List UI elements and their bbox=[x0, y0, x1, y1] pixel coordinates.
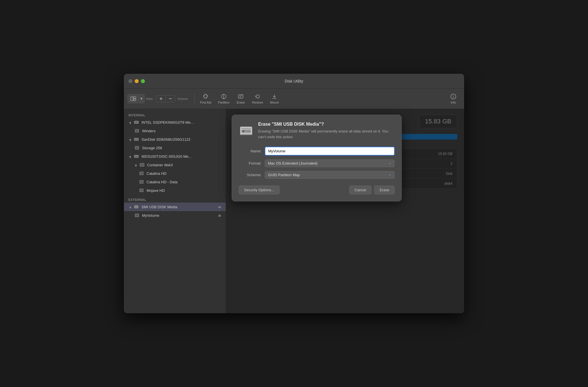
view-group: ▼ bbox=[127, 94, 145, 104]
sidebar: Internal ▼ INTEL SSDPEKNW010T8 Me... Win… bbox=[124, 109, 226, 313]
svg-rect-0 bbox=[131, 97, 133, 101]
volume-icon bbox=[134, 145, 140, 151]
add-volume-button[interactable] bbox=[156, 95, 166, 102]
modal-form: Name: Format: Mac OS Extended (Journaled… bbox=[239, 147, 395, 179]
modal-header-text: Erase "SMI USB DISK Media"? Erasing "SMI… bbox=[258, 122, 395, 140]
sidebar-item-label: Catalina HD - Data bbox=[147, 180, 177, 184]
scheme-select[interactable]: GUID Partition Map bbox=[265, 171, 395, 179]
sidebar-item-winders[interactable]: Winders bbox=[124, 127, 226, 135]
mount-button[interactable]: Mount bbox=[267, 92, 282, 106]
scheme-row: Scheme: GUID Partition Map bbox=[239, 171, 395, 179]
drive-icon bbox=[134, 119, 139, 125]
scheme-label: Scheme: bbox=[239, 173, 261, 177]
svg-point-14 bbox=[453, 95, 454, 96]
svg-rect-34 bbox=[135, 206, 138, 208]
partition-button[interactable]: Partition bbox=[215, 92, 232, 106]
volume-icon bbox=[134, 128, 140, 134]
drive-icon bbox=[134, 153, 139, 159]
sidebar-item-myvolume[interactable]: MyVolume ⏏ bbox=[124, 211, 226, 220]
svg-rect-8 bbox=[238, 95, 243, 98]
minimize-button[interactable] bbox=[135, 79, 139, 83]
sidebar-item-sandisk[interactable]: ▼ SanDisk SD8SN8U256G1122 bbox=[124, 135, 226, 144]
erase-modal: Erase "SMI USB DISK Media"? Erasing "SMI… bbox=[232, 115, 402, 201]
modal-btn-group: Cancel Erase bbox=[349, 186, 395, 194]
erase-button[interactable]: Erase bbox=[233, 92, 248, 106]
view-button[interactable] bbox=[128, 94, 139, 103]
container-icon bbox=[139, 162, 145, 168]
restore-button[interactable]: Restore bbox=[249, 92, 266, 106]
modal-header: Erase "SMI USB DISK Media"? Erasing "SMI… bbox=[239, 122, 395, 140]
sidebar-item-label: INTEL SSDPEKNW010T8 Me... bbox=[141, 120, 194, 125]
sidebar-item-intel-ssd[interactable]: ▼ INTEL SSDPEKNW010T8 Me... bbox=[124, 118, 226, 127]
svg-rect-1 bbox=[134, 97, 136, 98]
right-panel: 15.83 GB Location: External Capacity: 15… bbox=[226, 109, 464, 313]
volume-buttons bbox=[156, 95, 175, 102]
volume-icon bbox=[134, 213, 140, 218]
svg-rect-40 bbox=[242, 128, 251, 129]
name-input[interactable] bbox=[265, 147, 395, 155]
traffic-lights bbox=[128, 79, 145, 83]
svg-rect-47 bbox=[241, 134, 252, 135]
toolbar: ▼ View Volume First Aid P bbox=[124, 89, 464, 109]
sidebar-item-catalina-data[interactable]: Catalina HD - Data bbox=[124, 178, 226, 186]
name-row: Name: bbox=[239, 147, 395, 155]
svg-rect-26 bbox=[140, 164, 144, 166]
sidebar-item-mojave-hd[interactable]: Mojave HD bbox=[124, 186, 226, 195]
toolbar-separator-1 bbox=[194, 94, 195, 104]
remove-volume-button[interactable] bbox=[166, 95, 175, 102]
svg-rect-18 bbox=[136, 130, 138, 132]
svg-rect-32 bbox=[140, 189, 143, 192]
disk-utility-window: Disk Utility ▼ View Volume bbox=[124, 74, 464, 313]
sidebar-item-label: SMI USB DISK Media bbox=[141, 205, 177, 209]
volume-icon bbox=[139, 188, 144, 193]
modal-description: Erasing "SMI USB DISK Media" will perman… bbox=[258, 129, 395, 140]
view-label: View bbox=[146, 97, 153, 100]
cancel-button[interactable]: Cancel bbox=[349, 186, 371, 194]
svg-rect-30 bbox=[140, 181, 143, 183]
sidebar-item-catalina-hd[interactable]: Catalina HD bbox=[124, 169, 226, 178]
usb-drive-icon bbox=[134, 204, 139, 210]
format-row: Format: Mac OS Extended (Journaled) bbox=[239, 159, 395, 167]
svg-rect-28 bbox=[140, 172, 143, 174]
window-title: Disk Utility bbox=[285, 79, 303, 83]
modal-overlay: Erase "SMI USB DISK Media"? Erasing "SMI… bbox=[226, 109, 464, 313]
format-select[interactable]: Mac OS Extended (Journaled) bbox=[265, 159, 395, 167]
eject-icon[interactable]: ⏏ bbox=[218, 205, 221, 209]
modal-buttons: Security Options... Cancel Erase bbox=[239, 186, 395, 194]
sidebar-item-label: Container disk3 bbox=[147, 163, 173, 167]
erase-label: Erase bbox=[237, 101, 245, 104]
sidebar-item-wds100[interactable]: ▼ WDS100T3X0C-00SJG0 Me... bbox=[124, 152, 226, 161]
sidebar-item-container[interactable]: ▼ Container disk3 bbox=[124, 161, 226, 169]
svg-rect-16 bbox=[135, 121, 138, 123]
sidebar-item-smi-usb[interactable]: ▼ SMI USB DISK Media ⏏ bbox=[124, 203, 226, 211]
disk-image bbox=[239, 122, 253, 140]
info-button[interactable]: Info bbox=[446, 92, 461, 106]
sidebar-item-label: Winders bbox=[142, 129, 156, 133]
format-label: Format: bbox=[239, 161, 261, 165]
maximize-button[interactable] bbox=[141, 79, 145, 83]
view-chevron[interactable]: ▼ bbox=[139, 97, 144, 101]
erase-confirm-button[interactable]: Erase bbox=[374, 186, 395, 194]
eject-icon[interactable]: ⏏ bbox=[218, 213, 221, 217]
sidebar-item-label: SanDisk SD8SN8U256G1122 bbox=[141, 137, 191, 142]
security-options-button[interactable]: Security Options... bbox=[239, 186, 280, 194]
svg-rect-22 bbox=[136, 147, 138, 149]
volume-icon bbox=[139, 171, 144, 176]
svg-rect-2 bbox=[134, 99, 136, 101]
chevron-icon: ▼ bbox=[128, 205, 131, 208]
modal-title: Erase "SMI USB DISK Media"? bbox=[258, 122, 395, 127]
external-section-label: External bbox=[124, 197, 226, 203]
drive-icon bbox=[134, 136, 139, 142]
partition-label: Partition bbox=[218, 101, 229, 104]
first-aid-label: First Aid bbox=[200, 101, 211, 104]
svg-rect-36 bbox=[136, 214, 138, 216]
title-bar: Disk Utility bbox=[124, 74, 464, 89]
sidebar-item-storage256[interactable]: Storage 256 bbox=[124, 144, 226, 152]
svg-point-43 bbox=[243, 131, 244, 132]
sidebar-item-label: WDS100T3X0C-00SJG0 Me... bbox=[141, 154, 191, 159]
name-label: Name: bbox=[239, 149, 261, 153]
first-aid-button[interactable]: First Aid bbox=[197, 92, 214, 106]
svg-rect-45 bbox=[245, 131, 248, 132]
close-button[interactable] bbox=[128, 79, 132, 83]
main-content: Internal ▼ INTEL SSDPEKNW010T8 Me... Win… bbox=[124, 109, 464, 313]
